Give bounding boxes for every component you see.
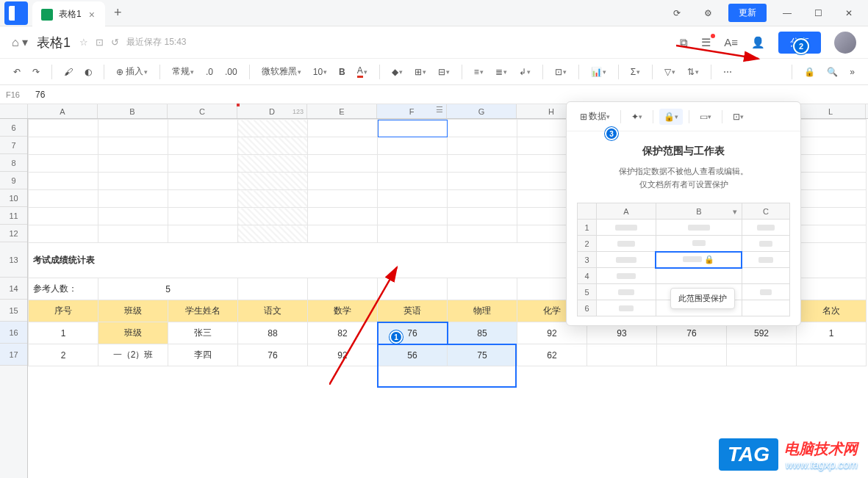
data-menu-button[interactable]: ⊞ 数据 ▾ <box>575 107 614 126</box>
tab-label: 表格1 <box>59 8 82 21</box>
watermark: TAG 电脑技术网 www.tagxp.com <box>719 438 858 471</box>
star-icon[interactable]: ☆ <box>79 37 88 48</box>
history-icon[interactable]: ↺ <box>111 37 119 48</box>
popup-subtitle-1: 保护指定数据不被他人查看或编辑。 <box>567 165 800 178</box>
minimize-icon[interactable]: — <box>777 3 797 23</box>
row-header[interactable]: 12 <box>0 225 27 242</box>
merge-button[interactable]: ⊟ ▾ <box>434 62 454 82</box>
svg-line-0 <box>329 267 397 385</box>
col-header[interactable]: C <box>168 104 237 118</box>
col-header[interactable]: D123 <box>237 104 307 118</box>
sort-button[interactable]: ⇅ ▾ <box>683 62 703 82</box>
redo-button[interactable]: ↷ <box>28 62 44 82</box>
validation-button[interactable]: ✦ ▾ <box>627 109 647 125</box>
home-icon[interactable]: ⌂ ▾ <box>12 35 28 49</box>
row-headers: 6 7 8 9 10 11 12 13 14 15 16 17 <box>0 119 28 478</box>
col-header[interactable]: G <box>447 104 517 118</box>
app-logo <box>4 1 28 25</box>
format-painter-button[interactable]: 🖌 <box>60 62 77 82</box>
font-size-select[interactable]: 10 ▾ <box>309 62 331 82</box>
bold-button[interactable]: B <box>334 62 350 82</box>
row-header[interactable]: 15 <box>0 300 27 322</box>
folder-icon[interactable]: ⊡ <box>96 37 104 48</box>
popup-title: 保护范围与工作表 <box>567 145 800 158</box>
gear-icon[interactable]: ⚙ <box>697 3 718 23</box>
protected-tooltip: 此范围受保护 <box>670 288 735 309</box>
maximize-icon[interactable]: ☐ <box>808 3 828 23</box>
col-header[interactable]: B <box>98 104 168 118</box>
lock-top-icon[interactable]: 🔒 <box>800 62 819 82</box>
ppl-label[interactable]: 参考人数： <box>29 278 98 300</box>
row-header[interactable]: 8 <box>0 154 27 172</box>
document-name[interactable]: 表格1 <box>37 34 71 51</box>
row-header[interactable]: 9 <box>0 172 27 189</box>
filter-button[interactable]: ▽ ▾ <box>660 62 680 82</box>
expand-icon[interactable]: » <box>845 62 859 82</box>
svg-line-1 <box>676 46 758 59</box>
wrap-button[interactable]: ↲ ▾ <box>514 62 535 82</box>
protect-button[interactable]: 🔒 ▾ <box>659 109 683 125</box>
lock-icon: 🔒 <box>704 255 714 264</box>
fill-color-button[interactable]: ◆ ▾ <box>387 62 407 82</box>
sync-icon[interactable]: ⟳ <box>667 3 687 23</box>
row-header[interactable]: 11 <box>0 207 27 225</box>
freeze-button[interactable]: ⊡ ▾ <box>550 62 571 82</box>
more-button[interactable]: ⋯ <box>719 62 736 82</box>
borders-button[interactable]: ⊞ ▾ <box>410 62 431 82</box>
avatar[interactable] <box>834 32 856 54</box>
search-top-icon[interactable]: 🔍 <box>822 62 842 82</box>
image-button[interactable]: ▭ ▾ <box>695 109 716 125</box>
close-icon[interactable]: × <box>87 9 96 21</box>
row-header[interactable]: 14 <box>0 278 27 300</box>
sheet-icon <box>41 9 53 21</box>
insert-button[interactable]: ⊕ 插入 ▾ <box>112 62 152 82</box>
formula-button[interactable]: Σ ▾ <box>626 62 645 82</box>
callout-2: 2 <box>793 38 809 54</box>
chart-button[interactable]: 📊 ▾ <box>587 62 611 82</box>
decimal-dec-button[interactable]: .0 <box>201 62 218 82</box>
col-header[interactable]: A <box>28 104 98 118</box>
col-header[interactable]: L <box>796 104 866 118</box>
popup-subtitle-2: 仅文档所有者可设置保护 <box>567 178 800 192</box>
callout-3: 3 <box>605 127 618 140</box>
number-format-select[interactable]: 常规 ▾ <box>168 62 198 82</box>
row-header[interactable]: 10 <box>0 189 27 207</box>
row-header[interactable]: 16 <box>0 322 27 344</box>
row-header[interactable]: 17 <box>0 344 27 366</box>
callout-1: 1 <box>390 330 403 344</box>
row-header[interactable]: 6 <box>0 119 27 137</box>
cell-reference[interactable]: F16 <box>0 90 29 99</box>
clear-format-button[interactable]: ◐ <box>80 62 96 82</box>
select-all-corner[interactable] <box>0 104 28 118</box>
row-header[interactable]: 13 <box>0 242 27 278</box>
align-v-button[interactable]: ≣ ▾ <box>491 62 512 82</box>
document-tab[interactable]: 表格1 × <box>32 1 105 28</box>
undo-button[interactable]: ↶ <box>9 62 25 82</box>
save-time-label: 最近保存 15:43 <box>126 36 186 48</box>
row-header[interactable]: 7 <box>0 137 27 154</box>
col-header[interactable]: E <box>307 104 377 118</box>
font-color-button[interactable]: A ▾ <box>353 62 372 82</box>
close-window-icon[interactable]: ✕ <box>839 3 859 23</box>
formula-input[interactable]: 76 <box>29 90 868 100</box>
font-select[interactable]: 微软雅黑 ▾ <box>257 62 306 82</box>
ppl-value[interactable]: 5 <box>98 278 238 300</box>
update-button[interactable]: 更新 <box>728 4 767 22</box>
col-header[interactable]: F☰ <box>377 104 447 118</box>
link-button[interactable]: ⊡ ▾ <box>728 109 748 125</box>
decimal-inc-button[interactable]: .00 <box>220 62 242 82</box>
align-h-button[interactable]: ≡ ▾ <box>470 62 488 82</box>
add-tab-button[interactable]: + <box>105 5 131 21</box>
